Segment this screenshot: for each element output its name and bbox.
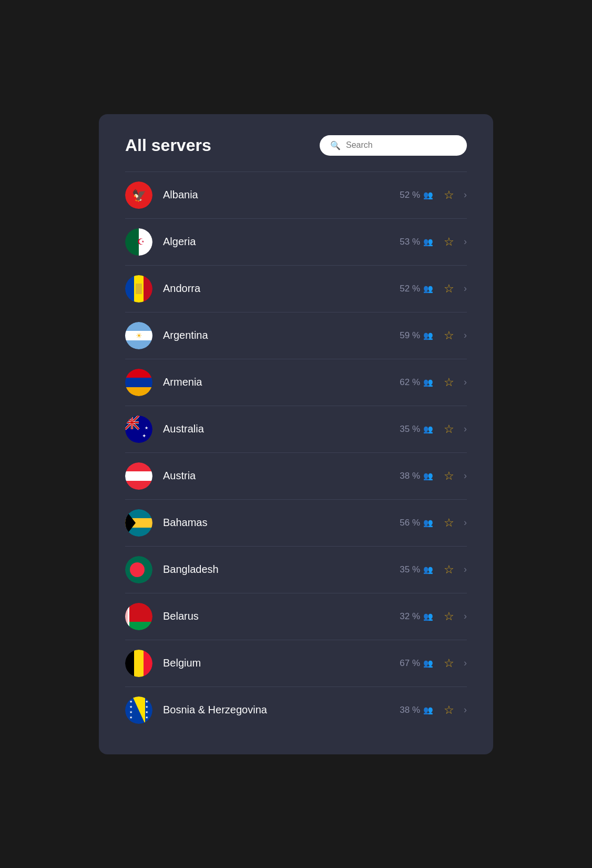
country-flag [125,509,152,537]
country-item[interactable]: ☪ Algeria 53 % 👥 ☆ › [125,219,467,266]
load-info: 38 % 👥 [400,705,433,715]
load-info: 32 % 👥 [400,611,433,622]
svg-text:☀: ☀ [136,331,142,340]
chevron-icon: › [464,283,467,294]
country-item[interactable]: Bangladesh 35 % 👥 ☆ › [125,547,467,593]
star-icon[interactable]: ☆ [444,330,454,341]
country-name: Bahamas [163,517,400,529]
load-percentage: 52 % [400,190,420,200]
country-name: Argentina [163,329,400,341]
star-icon[interactable]: ☆ [444,189,454,201]
search-box[interactable]: 🔍 [320,135,467,156]
load-info: 59 % 👥 [400,330,433,341]
chevron-icon: › [464,330,467,341]
country-flag: 🦅 [125,181,152,209]
star-icon[interactable]: ☆ [444,423,454,435]
star-icon[interactable]: ☆ [444,704,454,716]
load-percentage: 67 % [400,658,420,669]
country-flag: ☀ [125,322,152,349]
svg-text:★: ★ [145,715,148,719]
load-percentage: 32 % [400,611,420,622]
users-icon: 👥 [423,518,433,528]
country-item[interactable]: ☀ Argentina 59 % 👥 ☆ › [125,312,467,359]
svg-rect-48 [125,603,128,630]
chevron-icon: › [464,564,467,575]
search-icon: 🔍 [330,140,341,150]
search-input[interactable] [346,140,456,150]
svg-text:★: ★ [129,710,132,714]
load-info: 52 % 👥 [400,284,433,294]
star-icon[interactable]: ☆ [444,283,454,295]
country-flag [125,369,152,396]
chevron-icon: › [464,470,467,481]
load-info: 53 % 👥 [400,237,433,247]
country-name: Bosnia & Herzegovina [163,704,400,716]
users-icon: 👥 [423,425,433,434]
chevron-icon: › [464,611,467,622]
svg-rect-51 [134,650,144,677]
country-item[interactable]: Bahamas 56 % 👥 ☆ › [125,500,467,547]
country-name: Belgium [163,657,400,669]
svg-rect-10 [136,284,142,294]
country-item[interactable]: Belarus 32 % 👥 ☆ › [125,593,467,640]
users-icon: 👥 [423,471,433,481]
svg-rect-7 [125,275,134,302]
load-percentage: 38 % [400,471,420,481]
svg-text:★: ★ [129,705,132,709]
country-flag: ★ ★ ★ ★ ★ ★ ★ ★ [125,697,152,724]
load-info: 56 % 👥 [400,518,433,528]
country-name: Austria [163,470,400,482]
country-name: Andorra [163,282,400,295]
users-icon: 👥 [423,659,433,668]
country-flag [125,603,152,630]
svg-rect-33 [125,462,152,471]
users-icon: 👥 [423,284,433,294]
svg-text:★: ★ [145,710,148,714]
country-name: Bangladesh [163,563,400,576]
load-percentage: 56 % [400,518,420,528]
country-item[interactable]: 🦅 Albania 52 % 👥 ☆ › [125,172,467,219]
chevron-icon: › [464,658,467,669]
country-flag [125,556,152,583]
country-item[interactable]: ✦ ★ Australia 35 % 👥 ☆ › [125,406,467,453]
star-icon[interactable]: ☆ [444,517,454,529]
star-icon[interactable]: ☆ [444,658,454,669]
country-flag: ✦ ★ [125,416,152,443]
svg-text:★: ★ [145,426,148,430]
country-item[interactable]: Belgium 67 % 👥 ☆ › [125,640,467,687]
svg-text:🦅: 🦅 [132,188,147,203]
country-item[interactable]: ★ ★ ★ ★ ★ ★ ★ ★ Bosnia & Herzegovina 38 … [125,687,467,733]
country-list: 🦅 Albania 52 % 👥 ☆ › ☪ Algeria 53 % 👥 ☆ … [125,172,467,733]
chevron-icon: › [464,377,467,388]
svg-rect-50 [125,650,134,677]
users-icon: 👥 [423,237,433,247]
load-info: 38 % 👥 [400,471,433,481]
country-item[interactable]: Andorra 52 % 👥 ☆ › [125,266,467,312]
svg-text:★: ★ [129,700,132,703]
country-item[interactable]: Austria 38 % 👥 ☆ › [125,453,467,500]
star-icon[interactable]: ☆ [444,611,454,622]
star-icon[interactable]: ☆ [444,377,454,388]
load-percentage: 59 % [400,330,420,341]
star-icon[interactable]: ☆ [444,564,454,576]
chevron-icon: › [464,236,467,247]
star-icon[interactable]: ☆ [444,236,454,248]
load-percentage: 35 % [400,424,420,435]
users-icon: 👥 [423,378,433,387]
star-icon[interactable]: ☆ [444,470,454,482]
load-info: 52 % 👥 [400,190,433,200]
svg-text:★: ★ [145,700,148,703]
chevron-icon: › [464,704,467,715]
country-item[interactable]: Armenia 62 % 👥 ☆ › [125,359,467,406]
users-icon: 👥 [423,190,433,200]
country-flag [125,275,152,302]
country-name: Algeria [163,236,400,248]
load-percentage: 38 % [400,705,420,715]
chevron-icon: › [464,517,467,528]
svg-rect-18 [125,387,152,396]
app-container: All servers 🔍 🦅 Albania 52 % 👥 ☆ › [99,114,493,754]
load-percentage: 52 % [400,284,420,294]
svg-rect-52 [144,650,152,677]
load-percentage: 62 % [400,377,420,388]
load-info: 62 % 👥 [400,377,433,388]
